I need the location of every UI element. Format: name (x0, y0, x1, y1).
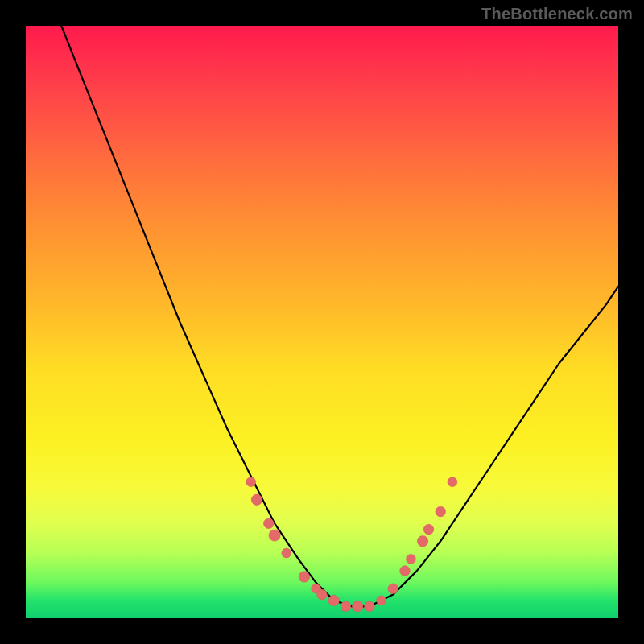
data-marker (246, 477, 256, 487)
data-marker (365, 601, 375, 612)
marker-group (246, 477, 457, 612)
data-marker (388, 584, 398, 594)
data-marker (251, 494, 262, 505)
data-marker (299, 572, 309, 582)
data-marker (417, 536, 427, 547)
data-marker (423, 524, 434, 535)
data-marker (282, 548, 291, 558)
data-marker (264, 518, 275, 529)
data-marker (400, 566, 411, 576)
chart-plot-area (26, 26, 618, 618)
data-marker (407, 555, 416, 564)
data-marker (377, 596, 386, 605)
data-marker (353, 601, 363, 612)
data-marker (436, 506, 446, 517)
data-marker (328, 595, 339, 605)
data-marker (448, 477, 457, 487)
curve-line (61, 26, 618, 606)
watermark-text: TheBottleneck.com (481, 5, 633, 23)
data-marker (317, 589, 328, 600)
bottleneck-chart (26, 26, 618, 618)
data-marker (269, 530, 280, 541)
data-marker (341, 601, 351, 612)
